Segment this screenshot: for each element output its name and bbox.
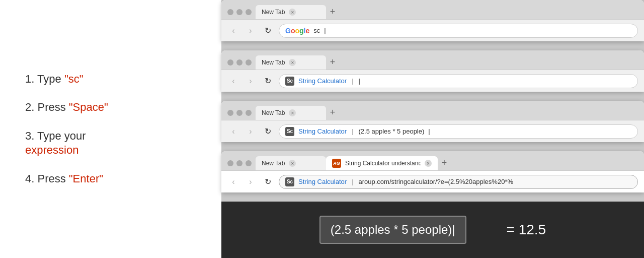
browser-window-4: New Tab × AG String Calculator understan… — [221, 151, 644, 192]
url-divider-2: | — [352, 77, 353, 85]
url-divider-4: | — [352, 178, 353, 185]
traffic-lights-2 — [225, 59, 256, 70]
instructions-panel: 1. Type "sc" 2. Press "Space" 3. Type yo… — [0, 0, 221, 258]
right-panel: New Tab × + ‹ › ↻ — [221, 0, 644, 258]
address-bar-3: ‹ › ↻ Sc String Calculator | (2.5 apples… — [221, 120, 644, 142]
calc-result: = 12.5 — [507, 222, 546, 238]
address-bar-2: ‹ › ↻ Sc String Calculator | | — [221, 70, 644, 92]
forward-icon-1: › — [249, 26, 252, 35]
url-sc-name-2: String Calculator — [298, 77, 347, 85]
sc-label-2: Sc — [287, 78, 293, 84]
forward-icon-3: › — [249, 127, 252, 136]
back-icon-1: ‹ — [232, 26, 234, 35]
traffic-lights-3 — [225, 110, 256, 120]
tab-item-3[interactable]: New Tab × — [256, 106, 326, 120]
tab-item-4-active[interactable]: AG String Calculator understands × — [326, 156, 438, 170]
back-btn-2[interactable]: ‹ — [227, 75, 239, 87]
forward-btn-4[interactable]: › — [245, 176, 257, 188]
traffic-light-min-3 — [236, 110, 243, 116]
tab-label-4: New Tab — [262, 160, 285, 167]
close-icon-3: × — [291, 110, 294, 116]
tab-close-1[interactable]: × — [289, 9, 296, 16]
step-3-prefix: 3. Type your — [25, 130, 86, 142]
tab-item-4[interactable]: New Tab × — [256, 156, 326, 170]
forward-btn-2[interactable]: › — [245, 75, 257, 87]
back-btn-3[interactable]: ‹ — [227, 125, 239, 138]
traffic-light-min-4 — [236, 160, 243, 166]
traffic-light-max-1 — [246, 9, 252, 15]
reload-icon-4: ↻ — [265, 177, 271, 186]
url-divider-3: | — [352, 127, 353, 135]
back-btn-4[interactable]: ‹ — [227, 176, 239, 188]
reload-btn-1[interactable]: ↻ — [262, 25, 274, 37]
tab-bar-4: New Tab × AG String Calculator understan… — [221, 151, 644, 170]
back-icon-3: ‹ — [232, 127, 234, 136]
reload-icon-3: ↻ — [265, 126, 271, 136]
url-full-4: aroup.com/stringcalculator/?e=(2.5%20app… — [359, 178, 514, 185]
url-sc-name-4: String Calculator — [298, 178, 347, 185]
tab-bar-1: New Tab × + — [221, 0, 644, 19]
forward-btn-1[interactable]: › — [245, 25, 257, 37]
url-sc-name-3: String Calculator — [298, 127, 347, 135]
calc-input-box[interactable]: (2.5 apples * 5 people) | — [319, 216, 466, 244]
tab-label-3: New Tab — [262, 109, 285, 116]
tab-item-2[interactable]: New Tab × — [256, 55, 326, 70]
add-icon-2: + — [330, 57, 336, 68]
tab-label-2: New Tab — [262, 59, 285, 66]
ag-favicon-4: AG — [332, 159, 341, 168]
browser-window-3: New Tab × + ‹ › ↻ Sc String Calculator | — [221, 101, 644, 142]
traffic-lights-1 — [225, 9, 256, 19]
tab-add-2[interactable]: + — [326, 55, 339, 69]
step-4: 4. Press "Enter" — [25, 172, 196, 186]
traffic-light-min-1 — [236, 9, 243, 15]
tab-bar-2: New Tab × + — [221, 50, 644, 70]
close-icon-4: × — [291, 161, 294, 166]
close-icon-1: × — [291, 10, 294, 15]
traffic-light-max-4 — [246, 160, 252, 166]
url-cursor-1: | — [324, 27, 326, 34]
reload-icon-2: ↻ — [265, 76, 271, 86]
tab-add-1[interactable]: + — [326, 5, 339, 18]
tab-close-4[interactable]: × — [289, 160, 296, 167]
traffic-light-min-2 — [236, 59, 243, 66]
url-text-1: sc — [313, 27, 320, 34]
tab-label-4-active: String Calculator understands — [345, 160, 421, 167]
tab-close-3[interactable]: × — [289, 109, 296, 116]
back-btn-1[interactable]: ‹ — [227, 25, 239, 37]
close-icon-2: × — [291, 60, 294, 66]
address-input-2[interactable]: Sc String Calculator | | — [279, 74, 638, 88]
step-2: 2. Press "Space" — [25, 100, 196, 115]
traffic-light-close-3 — [227, 110, 233, 116]
tab-add-3[interactable]: + — [326, 106, 339, 119]
reload-btn-2[interactable]: ↻ — [262, 75, 274, 87]
reload-btn-3[interactable]: ↻ — [262, 125, 274, 138]
traffic-light-max-3 — [246, 110, 252, 116]
reload-btn-4[interactable]: ↻ — [262, 176, 274, 188]
address-input-3[interactable]: Sc String Calculator | (2.5 apples * 5 p… — [279, 124, 638, 139]
step-1: 1. Type "sc" — [25, 72, 196, 87]
sc-label-4: Sc — [287, 179, 293, 184]
tab-add-4[interactable]: + — [438, 156, 451, 169]
tab-close-2[interactable]: × — [289, 59, 296, 66]
sc-favicon-2: Sc — [285, 77, 294, 86]
forward-btn-3[interactable]: › — [245, 125, 257, 138]
url-cursor-3: | — [428, 127, 430, 135]
sc-favicon-3: Sc — [285, 127, 294, 136]
back-icon-2: ‹ — [232, 77, 234, 86]
tab-close-4-active[interactable]: × — [425, 160, 432, 167]
address-input-4[interactable]: Sc String Calculator | aroup.com/stringc… — [279, 175, 638, 189]
traffic-lights-4 — [225, 160, 256, 170]
step-3: 3. Type your expression — [25, 129, 196, 158]
step-4-highlight: "Enter" — [69, 172, 103, 185]
address-input-1[interactable]: Google sc| — [279, 24, 638, 38]
add-icon-1: + — [330, 7, 336, 17]
step-4-prefix: 4. Press — [25, 172, 69, 185]
calc-input-text: (2.5 apples * 5 people) — [331, 223, 452, 237]
calc-input-cursor: | — [452, 223, 455, 237]
step-1-prefix: 1. Type — [25, 73, 64, 85]
tab-item-1[interactable]: New Tab × — [256, 5, 326, 19]
traffic-light-close-1 — [227, 9, 233, 15]
step-1-highlight: "sc" — [64, 73, 84, 85]
back-icon-4: ‹ — [232, 177, 234, 186]
google-logo-1: Google — [285, 27, 309, 35]
